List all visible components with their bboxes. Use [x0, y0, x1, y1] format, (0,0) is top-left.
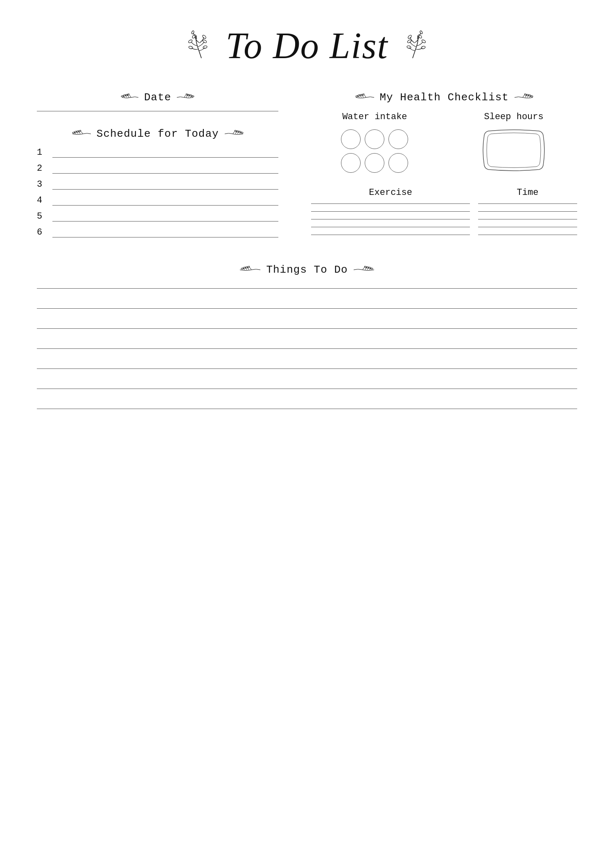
- things-left-leaf-icon: [237, 265, 261, 274]
- thing-line-2: [37, 308, 577, 309]
- schedule-right-leaf-icon: [224, 129, 246, 138]
- schedule-item-3: 3: [37, 179, 278, 191]
- exercise-section: Exercise Time: [311, 188, 577, 235]
- sleep-box-icon: [481, 128, 546, 173]
- schedule-line-1: [52, 157, 278, 158]
- sleep-label: Sleep hours: [484, 112, 544, 122]
- thing-line-7: [37, 409, 577, 409]
- schedule-num-3: 3: [37, 179, 48, 191]
- svg-point-9: [418, 34, 422, 38]
- exercise-row-3: [311, 219, 577, 219]
- exercise-row-5: [311, 235, 577, 235]
- svg-point-11: [407, 39, 412, 43]
- water-circle-6: [388, 153, 408, 173]
- date-label: Date: [144, 91, 171, 104]
- exercise-line-3: [311, 219, 470, 219]
- left-column: Date: [37, 91, 278, 243]
- things-right-leaf-icon: [353, 265, 377, 274]
- things-label: Things To Do: [266, 264, 348, 276]
- right-leaf-icon: [396, 29, 429, 62]
- health-label: My Health Checklist: [380, 91, 509, 104]
- left-leaf-icon: [185, 29, 218, 62]
- schedule-label: Schedule for Today: [97, 128, 219, 140]
- schedule-num-1: 1: [37, 147, 48, 159]
- schedule-left-leaf-icon: [69, 129, 92, 138]
- time-line-2: [478, 211, 577, 212]
- schedule-item-5: 5: [37, 211, 278, 223]
- svg-point-3: [191, 30, 194, 34]
- schedule-item-4: 4: [37, 195, 278, 207]
- schedule-line-6: [52, 237, 278, 237]
- time-label: Time: [478, 188, 577, 198]
- exercise-row-2: [311, 211, 577, 212]
- thing-line-4: [37, 348, 577, 349]
- svg-point-1: [188, 45, 193, 49]
- thing-line-1: [37, 288, 577, 289]
- things-section: Things To Do: [37, 264, 577, 409]
- things-lines: [37, 288, 577, 409]
- thing-line-5: [37, 368, 577, 369]
- schedule-line-5: [52, 221, 278, 222]
- schedule-num-6: 6: [37, 227, 48, 239]
- schedule-item-1: 1: [37, 147, 278, 159]
- schedule-line-4: [52, 205, 278, 206]
- time-line-5: [478, 235, 577, 235]
- water-circle-4: [341, 153, 361, 173]
- exercise-label: Exercise: [311, 188, 470, 198]
- date-section: Date: [37, 91, 278, 111]
- date-header: Date: [37, 91, 278, 104]
- schedule-num-2: 2: [37, 163, 48, 175]
- svg-point-6: [202, 34, 206, 39]
- water-circle-1: [341, 129, 361, 149]
- svg-point-8: [421, 45, 426, 49]
- water-sleep-grid: Water intake Sleep hours: [311, 112, 577, 173]
- date-left-leaf-icon: [119, 93, 139, 102]
- schedule-section: Schedule for Today: [37, 128, 278, 239]
- things-header: Things To Do: [37, 264, 577, 276]
- page-title: To Do List: [226, 25, 388, 67]
- health-right-leaf-icon: [514, 93, 536, 102]
- svg-point-12: [407, 45, 411, 48]
- schedule-num-5: 5: [37, 211, 48, 223]
- exercise-line-4: [311, 227, 470, 227]
- water-circle-5: [365, 153, 384, 173]
- sleep-col: Sleep hours: [450, 112, 577, 173]
- schedule-line-2: [52, 173, 278, 174]
- water-col: Water intake: [311, 112, 438, 173]
- exercise-line-1: [311, 203, 470, 204]
- thing-line-3: [37, 328, 577, 329]
- date-line: [37, 111, 278, 111]
- date-right-leaf-icon: [176, 93, 196, 102]
- svg-point-2: [192, 34, 196, 38]
- exercise-line-5: [311, 235, 470, 235]
- svg-point-5: [203, 45, 207, 48]
- water-circle-3: [388, 129, 408, 149]
- right-column: My Health Checklist: [311, 91, 577, 243]
- svg-point-13: [408, 34, 412, 39]
- schedule-num-4: 4: [37, 195, 48, 207]
- header: To Do List: [37, 25, 577, 67]
- svg-point-4: [202, 39, 207, 43]
- water-circle-2: [365, 129, 384, 149]
- time-line-1: [478, 203, 577, 204]
- two-column-layout: Date: [37, 91, 577, 243]
- schedule-line-3: [52, 189, 278, 190]
- schedule-header: Schedule for Today: [37, 128, 278, 140]
- time-line-4: [478, 227, 577, 227]
- health-left-leaf-icon: [352, 93, 375, 102]
- exercise-line-2: [311, 211, 470, 212]
- schedule-item-2: 2: [37, 163, 278, 175]
- svg-point-10: [420, 30, 423, 34]
- schedule-item-6: 6: [37, 227, 278, 239]
- thing-line-6: [37, 389, 577, 389]
- exercise-row-4: [311, 227, 577, 227]
- page: To Do List: [0, 0, 614, 868]
- exercise-header: Exercise Time: [311, 188, 577, 198]
- exercise-row-1: [311, 203, 577, 204]
- water-label: Water intake: [342, 112, 407, 122]
- time-line-3: [478, 219, 577, 219]
- health-section: My Health Checklist: [311, 91, 577, 235]
- health-header: My Health Checklist: [311, 91, 577, 104]
- water-circles: [341, 129, 408, 173]
